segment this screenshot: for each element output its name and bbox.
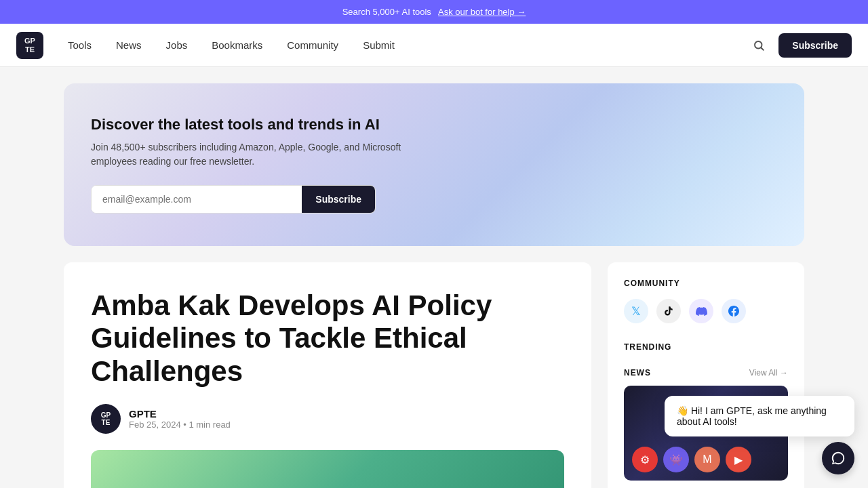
top-banner: Search 5,000+ AI tools Ask our bot for h…: [0, 0, 868, 24]
discord-icon[interactable]: [689, 299, 713, 323]
tiktok-icon[interactable]: [656, 299, 681, 323]
article-date: Feb 25, 2024: [129, 420, 181, 430]
author-info: GPTE Feb 25, 2024 • 1 min read: [129, 408, 231, 430]
nav-submit[interactable]: Submit: [352, 34, 406, 56]
twitter-icon[interactable]: 𝕏: [624, 299, 648, 323]
banner-link[interactable]: Ask our bot for help →: [438, 7, 526, 17]
article-meta: GP TE GPTE Feb 25, 2024 • 1 min read: [91, 404, 564, 434]
nav-community[interactable]: Community: [276, 34, 349, 56]
nav-bookmarks[interactable]: Bookmarks: [201, 34, 273, 56]
article-image: [91, 450, 564, 488]
nav-logo[interactable]: GP TE: [16, 32, 43, 59]
hero-content: Discover the latest tools and trends in …: [91, 116, 430, 214]
nav-news[interactable]: News: [105, 34, 153, 56]
hero-email-input[interactable]: [92, 186, 302, 213]
hero-subtitle: Join 48,500+ subscribers including Amazo…: [91, 140, 430, 169]
nav-tools[interactable]: Tools: [57, 34, 102, 56]
trending-section: TRENDING: [624, 342, 788, 352]
hero-title: Discover the latest tools and trends in …: [91, 116, 430, 134]
article-read-time: 1 min read: [189, 420, 230, 430]
facebook-icon[interactable]: [722, 299, 746, 323]
article-title: Amba Kak Develops AI Policy Guidelines t…: [91, 289, 564, 388]
article-section: Amba Kak Develops AI Policy Guidelines t…: [64, 262, 591, 488]
navbar: GP TE Tools News Jobs Bookmarks Communit…: [0, 24, 868, 67]
chat-button[interactable]: [822, 442, 854, 474]
news-title: NEWS: [624, 368, 651, 378]
community-icons: 𝕏: [624, 299, 788, 323]
author-avatar: GP TE: [91, 404, 121, 434]
author-date-read: Feb 25, 2024 • 1 min read: [129, 420, 231, 430]
nav-subscribe-button[interactable]: Subscribe: [778, 33, 852, 58]
news-icon-1: ⚙: [632, 447, 658, 472]
view-all-link[interactable]: View All →: [749, 368, 788, 378]
search-button[interactable]: [747, 34, 770, 57]
hero-section: Discover the latest tools and trends in …: [47, 83, 821, 246]
nav-links: Tools News Jobs Bookmarks Community Subm…: [57, 34, 747, 56]
chat-bubble: 👋 Hi! I am GPTE, ask me anything about A…: [665, 396, 854, 436]
svg-line-1: [762, 47, 764, 49]
banner-text: Search 5,000+ AI tools: [342, 7, 431, 17]
hero-subscribe-button[interactable]: Subscribe: [302, 186, 375, 213]
logo-box: GP TE: [16, 32, 43, 59]
author-name: GPTE: [129, 408, 231, 420]
hero-card: Discover the latest tools and trends in …: [64, 83, 804, 246]
community-section-title: COMMUNITY: [624, 279, 788, 288]
chat-widget: 👋 Hi! I am GPTE, ask me anything about A…: [665, 396, 854, 474]
nav-right: Subscribe: [747, 33, 852, 58]
news-header: NEWS View All →: [624, 368, 788, 378]
nav-jobs[interactable]: Jobs: [155, 34, 199, 56]
hero-form: Subscribe: [91, 185, 376, 214]
trending-title: TRENDING: [624, 342, 788, 352]
